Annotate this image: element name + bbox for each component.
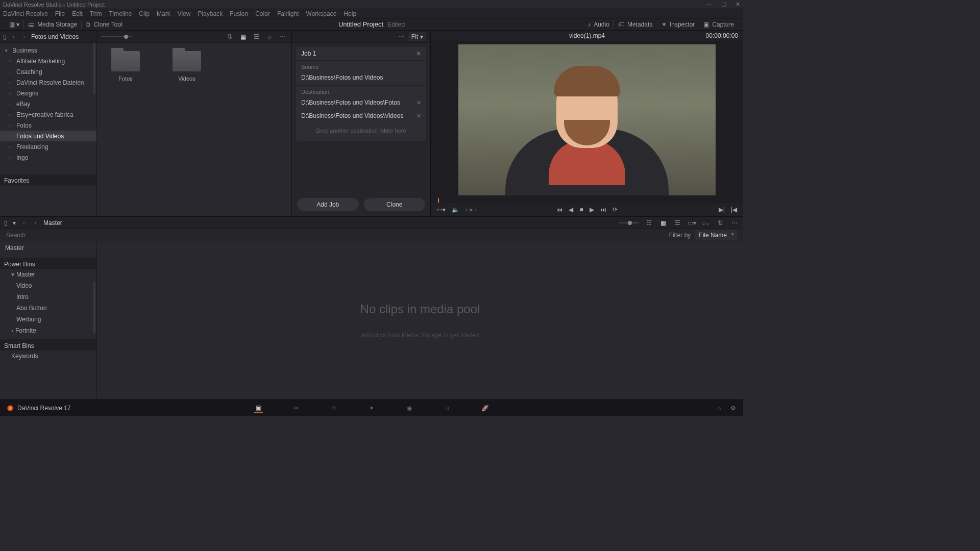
tree-scrollbar[interactable] <box>93 282 95 333</box>
folder-item[interactable]: Videos <box>166 51 207 82</box>
menu-item[interactable]: View <box>178 10 191 17</box>
loop-button[interactable]: ⟳ <box>612 206 618 213</box>
menu-item[interactable]: File <box>55 10 65 17</box>
deliver-page-button[interactable]: 🚀 <box>480 404 489 413</box>
close-job-button[interactable]: ✕ <box>416 50 421 57</box>
strip-view-button[interactable]: ☷ <box>644 218 653 228</box>
bin-item[interactable]: Keywords <box>0 350 96 362</box>
mute-button[interactable]: 🔈 <box>452 206 459 213</box>
add-job-button[interactable]: Add Job <box>297 198 359 211</box>
destination-path[interactable]: D:\Business\Fotos und Videos\Fotos✕ <box>296 97 426 110</box>
destination-path[interactable]: D:\Business\Fotos und Videos\Videos✕ <box>296 110 426 123</box>
bin-item[interactable]: Werbung <box>0 314 96 325</box>
maximize-button[interactable]: ▢ <box>721 1 726 8</box>
tree-item[interactable]: ›eBay <box>0 98 96 109</box>
go-to-start-button[interactable]: ⏮ <box>556 206 562 213</box>
go-to-end-button[interactable]: ⏭ <box>600 206 606 213</box>
grid-view-button[interactable]: ▦ <box>238 32 248 41</box>
stop-button[interactable]: ■ <box>579 206 583 213</box>
list-view-button[interactable]: ☰ <box>673 218 682 228</box>
panel-toggle-icon[interactable]: ▯ <box>3 33 7 40</box>
menu-item[interactable]: Fairlight <box>277 10 299 17</box>
menu-item[interactable]: Timeline <box>109 10 132 17</box>
capture-panel-toggle[interactable]: ▣Capture <box>699 21 738 28</box>
clone-button[interactable]: Clone <box>364 198 426 211</box>
bin-item[interactable]: ▾Master <box>0 269 96 280</box>
menu-item[interactable]: Workspace <box>306 10 337 17</box>
destination-dropzone[interactable]: Drop another destination folder here <box>296 123 426 141</box>
tree-item-selected[interactable]: ›Fotos und Videos <box>0 131 96 141</box>
viewer-zoom-dropdown[interactable]: Fit ▾ <box>408 32 426 41</box>
chevron-down-icon[interactable]: ▾ <box>13 219 16 227</box>
play-button[interactable]: ▶ <box>590 206 594 213</box>
layout-button[interactable]: ▭▾ <box>687 218 696 228</box>
tree-item[interactable]: ›Coaching <box>0 66 96 77</box>
list-view-button[interactable]: ☰ <box>252 32 261 41</box>
mark-in-button[interactable]: ▶| <box>719 206 725 213</box>
sort-button[interactable]: ⇅ <box>225 32 234 41</box>
menu-item[interactable]: DaVinci Resolve <box>3 10 48 17</box>
tree-item[interactable]: ›Etsy+creative fabrica <box>0 109 96 120</box>
home-button[interactable]: ⌂ <box>718 405 721 412</box>
viewer-scrubber[interactable] <box>431 198 743 203</box>
grid-view-button[interactable]: ▦ <box>658 218 668 228</box>
tree-item[interactable]: ›Fotos <box>0 120 96 131</box>
nav-forward-button[interactable]: › <box>32 220 38 226</box>
media-storage-toggle[interactable]: 🖴 Media Storage <box>24 21 81 28</box>
menu-item[interactable]: Edit <box>72 10 83 17</box>
metadata-panel-toggle[interactable]: 🏷Metadata <box>614 21 657 28</box>
media-page-button[interactable]: ▣ <box>254 404 263 413</box>
tree-scrollbar[interactable] <box>93 43 95 94</box>
layout-menu[interactable]: ▥ ▾ <box>5 21 23 28</box>
tree-item[interactable]: ›DaVinci Resolve Dateien <box>0 77 96 88</box>
sort-button[interactable]: ⇅ <box>716 218 725 228</box>
nav-forward-button[interactable]: › <box>21 34 27 40</box>
more-icon[interactable]: ⋯ <box>730 218 739 228</box>
source-path[interactable]: D:\Business\Fotos und Videos <box>296 72 426 85</box>
filter-by-dropdown[interactable]: File Name <box>695 230 737 240</box>
search-icon[interactable]: ⌕ <box>265 32 274 41</box>
nav-back-button[interactable]: ‹ <box>11 34 17 40</box>
more-icon[interactable]: ⋯ <box>398 33 404 40</box>
folder-item[interactable]: Fotos <box>105 51 146 82</box>
clone-tool-toggle[interactable]: ⧉ Clone Tool <box>82 21 126 28</box>
pool-search-input[interactable] <box>6 232 669 239</box>
tree-item-root[interactable]: ▾Business <box>0 45 96 56</box>
fusion-page-button[interactable]: ✦ <box>367 404 376 413</box>
step-back-button[interactable]: ◀ <box>569 206 573 213</box>
inspector-panel-toggle[interactable]: ✶Inspector <box>657 21 699 28</box>
nav-back-button[interactable]: ‹ <box>21 220 27 226</box>
tree-item[interactable]: ›Ingo <box>0 152 96 163</box>
project-settings-button[interactable]: ⚙ <box>730 405 736 412</box>
menu-item[interactable]: Fusion <box>230 10 248 17</box>
menu-item[interactable]: Clip <box>139 10 150 17</box>
remove-dest-button[interactable]: ✕ <box>416 113 421 119</box>
pool-content-area[interactable]: No clips in media pool Add clips from Me… <box>97 241 743 399</box>
thumbnail-size-slider[interactable] <box>101 36 132 37</box>
bin-item[interactable]: Intro <box>0 291 96 303</box>
fairlight-page-button[interactable]: ♫ <box>443 404 452 413</box>
menu-item[interactable]: Trim <box>90 10 102 17</box>
cut-page-button[interactable]: ✂ <box>291 404 301 413</box>
tree-item[interactable]: ›Affiliate Marketing <box>0 56 96 66</box>
tree-item[interactable]: ›Freelancing <box>0 141 96 152</box>
minimize-button[interactable]: — <box>706 1 712 8</box>
close-window-button[interactable]: ✕ <box>736 1 740 8</box>
menu-item[interactable]: Color <box>255 10 270 17</box>
bin-item[interactable]: Abo Button <box>0 303 96 314</box>
panel-toggle-icon[interactable]: ▯ <box>4 219 8 227</box>
match-frame-button[interactable]: ▭▾ <box>437 206 446 213</box>
viewer-frame[interactable] <box>458 44 716 195</box>
audio-panel-toggle[interactable]: ♪Audio <box>583 21 614 28</box>
menu-item[interactable]: Help <box>344 10 356 17</box>
menu-item[interactable]: Mark <box>157 10 170 17</box>
bin-master[interactable]: Master <box>0 241 96 255</box>
pool-thumb-slider[interactable] <box>619 222 639 223</box>
mark-out-button[interactable]: |◀ <box>731 206 737 213</box>
menu-item[interactable]: Playback <box>198 10 223 17</box>
more-icon[interactable]: ⋯ <box>278 32 287 41</box>
search-icon[interactable]: ⌕▾ <box>701 218 710 228</box>
edit-page-button[interactable]: ≣ <box>329 404 338 413</box>
remove-dest-button[interactable]: ✕ <box>416 99 421 106</box>
color-page-button[interactable]: ◉ <box>405 404 414 413</box>
